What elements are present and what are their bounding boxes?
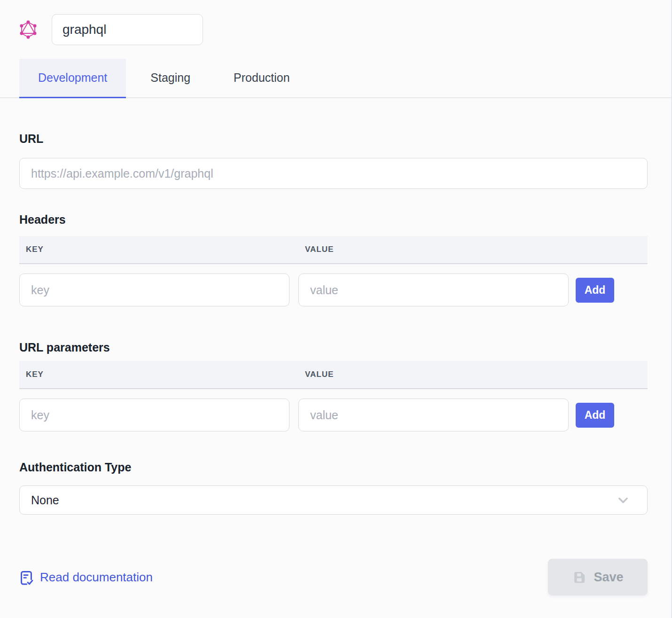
params-value-column-header: VALUE [298,370,334,379]
footer: Read documentation Save [0,559,671,595]
authentication-type-select[interactable]: None [19,485,648,515]
header [0,0,671,45]
datasource-name-input[interactable] [52,14,203,45]
save-button-label: Save [594,570,623,585]
document-check-icon [19,571,33,586]
params-key-input[interactable] [19,399,289,431]
url-label: URL [19,132,648,146]
tab-production[interactable]: Production [215,59,309,98]
datasource-config-panel: Development Staging Production URL Heade… [0,0,672,618]
headers-key-column-header: KEY [19,245,298,254]
read-documentation-label: Read documentation [40,570,153,585]
graphql-logo-icon [19,20,37,39]
authentication-type-label: Authentication Type [19,461,648,474]
save-button[interactable]: Save [548,559,648,595]
params-table-head: KEY VALUE [19,361,648,389]
headers-add-row: Add [19,274,648,306]
url-input[interactable] [19,158,648,189]
environment-tabs: Development Staging Production [0,59,671,98]
tab-staging[interactable]: Staging [132,59,209,98]
authentication-type-value[interactable]: None [19,485,648,515]
name-row [19,14,648,45]
chevron-down-icon [617,493,630,507]
headers-key-input[interactable] [19,274,289,306]
headers-add-button[interactable]: Add [576,278,614,303]
tab-development[interactable]: Development [19,59,126,98]
params-add-row: Add [19,399,648,431]
headers-value-input[interactable] [298,274,569,306]
read-documentation-link[interactable]: Read documentation [19,569,153,586]
save-floppy-icon [572,570,586,585]
url-parameters-label: URL parameters [19,341,648,354]
config-form: URL Headers KEY VALUE Add URL parameters… [0,132,671,515]
headers-table-head: KEY VALUE [19,236,648,264]
headers-label: Headers [19,213,648,227]
headers-value-column-header: VALUE [298,245,334,254]
params-value-input[interactable] [298,399,569,431]
params-add-button[interactable]: Add [576,403,614,428]
params-key-column-header: KEY [19,370,298,379]
